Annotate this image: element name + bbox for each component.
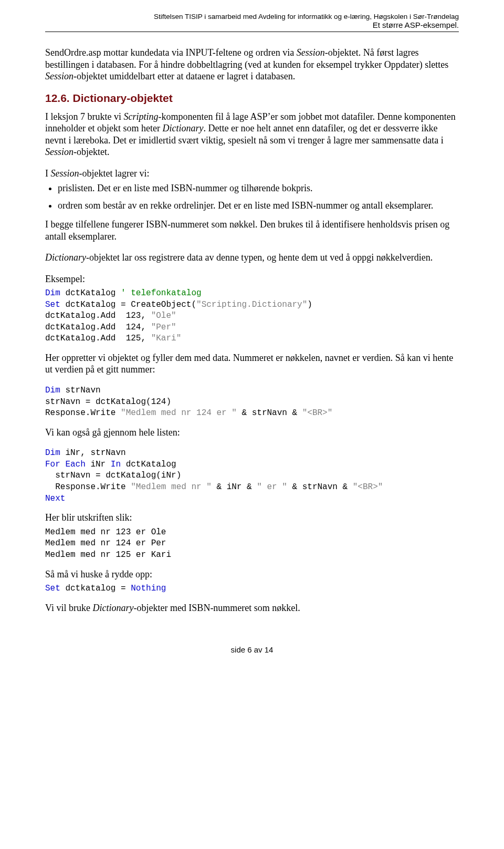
- body-paragraph: Her oppretter vi objektet og fyller dem …: [45, 352, 459, 376]
- body-paragraph: Eksempel:: [45, 273, 459, 285]
- text: I: [45, 168, 51, 179]
- code-keyword: Next: [45, 494, 65, 503]
- code-block: Dim dctKatalog ' telefonkatalog Set dctK…: [45, 288, 459, 345]
- section-heading: 12.6. Dictionary-objektet: [45, 92, 459, 105]
- text: -objektet.: [74, 147, 109, 157]
- code-string: "Medlem med nr ": [131, 482, 212, 492]
- page-container: Stiftelsen TISIP i samarbeid med Avdelin…: [0, 0, 504, 675]
- code-keyword: Set: [45, 584, 60, 593]
- code-block: Medlem med nr 123 er Ole Medlem med nr 1…: [45, 527, 459, 561]
- code-text: iNr, strNavn: [60, 448, 126, 458]
- code-keyword: Dim: [45, 288, 60, 298]
- text: -objekter med ISBN-nummeret som nøkkel.: [133, 603, 300, 613]
- body-paragraph: I begge tilfellene fungerer ISBN-nummere…: [45, 219, 459, 242]
- code-block: Dim iNr, strNavn For Each iNr In dctKata…: [45, 448, 459, 504]
- body-paragraph: I leksjon 7 brukte vi Scripting-komponen…: [45, 111, 459, 158]
- code-comment: ' telefonkatalog: [121, 288, 202, 298]
- intro-paragraph: SendOrdre.asp mottar kundedata via INPUT…: [45, 47, 459, 82]
- code-text: Response.Write: [45, 408, 121, 418]
- header-rule: [45, 32, 459, 32]
- code-text: Medlem med nr 124 er Per: [45, 539, 166, 548]
- text: Vi vil bruke: [45, 603, 92, 613]
- code-text: strNavn: [60, 386, 101, 395]
- code-text: dctKatalog.Add 123,: [45, 311, 151, 320]
- code-text: dctKatalog: [60, 288, 121, 298]
- code-text: strNavn = dctKatalog(124): [45, 397, 171, 407]
- text-italic: Dictionary: [45, 252, 86, 263]
- code-keyword: Set: [45, 300, 60, 309]
- code-keyword: Dim: [45, 448, 60, 458]
- code-string: "Kari": [151, 334, 182, 343]
- code-text: & strNavn &: [237, 408, 302, 418]
- text-italic: Dictionary: [92, 603, 133, 613]
- header-title: Et større ASP-eksempel.: [45, 20, 459, 29]
- code-text: Medlem med nr 125 er Kari: [45, 550, 171, 560]
- text-italic: Dictionary: [162, 123, 203, 133]
- code-text: Response.Write: [45, 482, 131, 492]
- code-block: Dim strNavn strNavn = dctKatalog(124) Re…: [45, 385, 459, 419]
- code-keyword: For Each: [45, 460, 86, 469]
- code-text: Medlem med nr 123 er Ole: [45, 527, 166, 537]
- text-italic: Scripting: [123, 111, 158, 122]
- code-string: "Scripting.Dictionary": [196, 300, 307, 309]
- body-paragraph: Vi vil bruke Dictionary-objekter med ISB…: [45, 602, 459, 614]
- code-text: dctkatalog =: [60, 584, 131, 593]
- body-paragraph: I Session-objektet lagrer vi:: [45, 168, 459, 180]
- code-keyword: Dim: [45, 386, 60, 395]
- code-text: & strNavn &: [287, 482, 353, 492]
- bullet-list: prislisten. Det er en liste med ISBN-num…: [45, 182, 459, 211]
- text-italic: Session: [45, 147, 74, 157]
- code-string: "<BR>": [302, 408, 333, 418]
- header-org: Stiftelsen TISIP i samarbeid med Avdelin…: [45, 13, 459, 20]
- code-text: iNr: [86, 460, 111, 469]
- list-item: prislisten. Det er en liste med ISBN-num…: [58, 182, 459, 194]
- body-paragraph: Dictionary-objektet lar oss registrere d…: [45, 252, 459, 264]
- code-string: "Medlem med nr 124 er ": [121, 408, 237, 418]
- text: -objektet umiddelbart etter at dataene e…: [74, 71, 295, 81]
- code-string: "<BR>": [353, 482, 383, 492]
- code-keyword: Nothing: [131, 584, 166, 593]
- code-string: "Per": [151, 323, 176, 332]
- text: SendOrdre.asp mottar kundedata via INPUT…: [45, 47, 297, 58]
- code-keyword: In: [111, 460, 121, 469]
- code-string: "Ole": [151, 311, 176, 320]
- body-paragraph: Her blir utskriften slik:: [45, 512, 459, 524]
- code-text: dctKatalog.Add 124,: [45, 323, 151, 332]
- body-paragraph: Vi kan også gå gjennom hele listen:: [45, 427, 459, 439]
- text-italic: Session: [45, 71, 74, 81]
- code-string: " er ": [257, 482, 287, 492]
- code-text: strNavn = dctKatalog(iNr): [45, 471, 181, 480]
- code-block: Set dctkatalog = Nothing: [45, 583, 459, 595]
- code-text: dctKatalog: [121, 460, 176, 469]
- body-paragraph: Så må vi huske å rydde opp:: [45, 568, 459, 581]
- page-footer: side 6 av 14: [45, 645, 459, 654]
- list-item: ordren som består av en rekke ordrelinje…: [58, 200, 459, 212]
- code-text: dctKatalog = CreateObject(: [60, 300, 196, 309]
- code-text: & iNr &: [212, 482, 257, 492]
- text-italic: Session: [51, 168, 79, 179]
- text: -objektet lagrer vi:: [79, 168, 150, 179]
- code-text: dctKatalog.Add 125,: [45, 334, 151, 343]
- text: I leksjon 7 brukte vi: [45, 111, 123, 122]
- code-text: ): [307, 300, 312, 309]
- text-italic: Session: [297, 47, 325, 58]
- text: -objektet lar oss registrere data av den…: [86, 252, 433, 263]
